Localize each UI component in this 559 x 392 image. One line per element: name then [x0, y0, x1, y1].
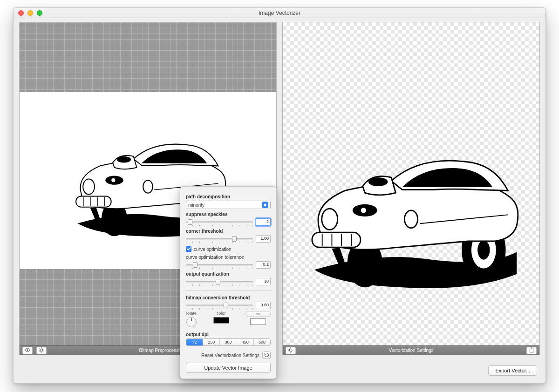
dpi-option-300[interactable]: 300	[220, 339, 237, 345]
svg-point-6	[111, 178, 115, 182]
svg-rect-43	[530, 348, 533, 352]
path-decomposition-label: path decomposition	[186, 194, 271, 199]
path-decomposition-value: minority	[188, 203, 205, 208]
clipboard-icon	[529, 347, 534, 354]
titlebar: Image Vectorizer	[14, 8, 545, 18]
suppress-speckles-slider[interactable]	[186, 219, 253, 225]
curve-opt-tolerance-value[interactable]: 0.2	[256, 261, 271, 269]
svg-point-4	[117, 156, 131, 163]
bitmap-settings-button[interactable]	[36, 347, 47, 354]
color-label: color	[217, 311, 226, 316]
fill-toggle-button[interactable]: fill	[245, 311, 271, 317]
dpi-option-72[interactable]: 72	[186, 339, 203, 345]
color-swatch[interactable]	[213, 317, 229, 324]
svg-rect-33	[312, 232, 361, 247]
path-decomposition-select[interactable]: minority	[186, 201, 271, 209]
copy-button[interactable]	[526, 347, 537, 354]
bitmap-threshold-value[interactable]: 0.60	[256, 302, 271, 309]
svg-point-15	[40, 349, 43, 351]
output-dpi-segmented[interactable]: 72 150 300 450 600	[186, 338, 271, 346]
svg-line-21	[43, 351, 43, 351]
svg-point-26	[477, 240, 490, 260]
dpi-option-600[interactable]: 600	[254, 339, 270, 345]
svg-line-22	[40, 351, 40, 351]
split-panes: Bitmap Preprocessing	[19, 22, 540, 355]
output-quantization-slider[interactable]	[186, 278, 253, 285]
gear-icon	[39, 347, 44, 354]
app-window: Image Vectorizer	[13, 7, 546, 384]
svg-point-30	[361, 208, 366, 213]
svg-point-32	[404, 210, 417, 228]
corner-threshold-slider[interactable]	[186, 236, 253, 242]
bitmap-threshold-label: bitmap conversion threshold	[186, 295, 271, 300]
output-quantization-value[interactable]: 10	[256, 278, 271, 285]
output-quantization-label: output quantization	[186, 271, 271, 277]
output-dpi-label: output dpi	[186, 332, 271, 337]
corner-threshold-label: corner threshold	[186, 229, 271, 234]
svg-point-7	[83, 179, 95, 194]
rotate-label: rotate	[186, 311, 197, 316]
preview-visibility-button[interactable]	[22, 347, 33, 354]
suppress-speckles-value[interactable]: 2	[256, 218, 271, 226]
svg-point-28	[368, 177, 388, 186]
svg-line-23	[43, 348, 43, 349]
vectorization-settings-popover: path decomposition minority suppress spe…	[180, 186, 277, 379]
suppress-speckles-label: suppress speckles	[186, 212, 271, 217]
corner-threshold-value[interactable]: 1.00	[256, 235, 271, 243]
gear-icon	[288, 347, 293, 354]
svg-point-38	[289, 349, 292, 351]
vector-settings-button[interactable]	[286, 347, 296, 354]
svg-point-31	[322, 209, 338, 230]
svg-point-14	[27, 349, 28, 351]
dpi-option-450[interactable]: 450	[237, 339, 254, 345]
curve-opt-tolerance-slider[interactable]	[186, 262, 253, 268]
eye-icon	[25, 348, 30, 353]
dpi-option-150[interactable]: 150	[203, 339, 220, 345]
update-vector-image-button[interactable]: Update Vector Image	[186, 363, 271, 373]
svg-line-20	[40, 348, 40, 349]
rotate-dial[interactable]	[186, 317, 197, 327]
svg-rect-9	[76, 196, 111, 207]
select-caret-icon	[262, 202, 268, 208]
svg-rect-44	[531, 347, 532, 348]
vector-pane: Vectorization Settings	[282, 22, 540, 355]
divider	[185, 290, 272, 291]
bitmap-threshold-slider[interactable]	[186, 302, 253, 309]
reset-settings-button[interactable]	[262, 351, 271, 359]
export-vector-button[interactable]: Export Vector...	[488, 365, 537, 376]
curve-opt-tolerance-label: curve optimization tolerance	[186, 255, 271, 260]
fill-swatch[interactable]	[250, 318, 266, 325]
refresh-icon	[264, 352, 269, 358]
reset-settings-label: Reset Vectorization Settings	[201, 353, 259, 358]
curve-optimization-label: curve optimization	[194, 247, 232, 252]
svg-point-8	[143, 180, 153, 193]
checkbox-checked-icon	[186, 246, 191, 252]
vector-toolbar: Vectorization Settings	[283, 345, 539, 355]
vector-output-image	[288, 109, 534, 325]
window-title: Image Vectorizer	[14, 10, 545, 16]
vector-toolbar-label: Vectorization Settings	[286, 348, 537, 353]
curve-optimization-checkbox[interactable]: curve optimization	[186, 246, 271, 252]
